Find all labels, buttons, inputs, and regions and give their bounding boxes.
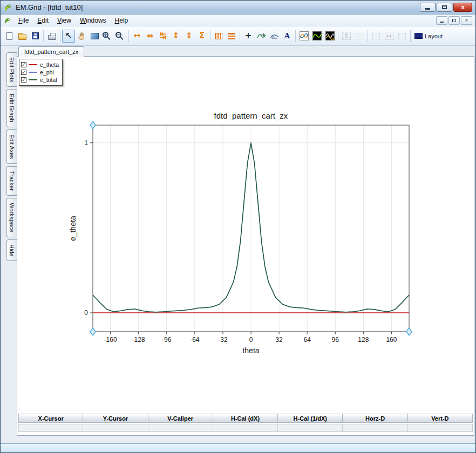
chart-title: fdtd_pattern_cart_zx [214,111,288,120]
toolbar-separator [368,30,368,42]
app-window: EM.Grid - [fdtd_tut10] × FileEditViewWin… [0,0,476,453]
select-tool-button[interactable]: ↖ [62,30,75,43]
resize-handle[interactable] [90,328,96,335]
legend-label: e_theta [40,61,59,68]
maximize-button[interactable] [437,3,452,12]
expand-horizontal-button[interactable]: ↔ [131,30,144,43]
x-tick-label: -32 [218,336,228,344]
plot-style-dark-button[interactable] [310,30,323,43]
menu-file[interactable]: File [14,15,33,26]
print-button[interactable] [45,30,58,43]
legend-box[interactable]: ✓e_theta✓e_phi✓e_total [19,59,63,86]
toolbar-separator [128,30,129,42]
side-tab-hide[interactable]: Hide [6,239,17,262]
side-tab-edit-axes[interactable]: Edit Axes [6,129,17,164]
cursor-value-cell [213,424,278,432]
select-region-button[interactable] [370,30,383,43]
text-annotation-button[interactable]: A [281,30,294,43]
side-tab-tracker[interactable]: Tracker [6,166,17,196]
menu-edit[interactable]: Edit [33,15,53,26]
cursor-col-vert-d: Vert-D [408,414,473,423]
legend-line-sample [29,79,37,80]
horizontal-grid-button[interactable] [225,30,238,43]
fit-horizontal-button[interactable]: ↹ [157,30,169,43]
tracker-curve-button[interactable] [255,30,268,43]
y-axis-label: e_theta [69,216,77,241]
cursor-table-header: X-CursorY-CursorV-CaliperH-Cal (dX)H-Cal… [18,414,473,423]
legend-row-e_phi: ✓e_phi [21,68,59,76]
y-tick-label: 0 [84,309,88,317]
fit-region-horizontal-button[interactable]: ↔ [383,30,396,43]
autoscale-button[interactable]: Σ [195,30,208,43]
cursor-value-cell [83,424,148,432]
legend-label: e_phi [40,69,54,76]
mdi-minimize-button[interactable] [436,16,447,25]
x-axis-label: theta [242,346,259,355]
menu-windows[interactable]: Windows [76,15,111,26]
toolbar-separator [295,30,296,42]
legend-checkbox-e_theta[interactable]: ✓ [21,62,26,67]
side-tab-edit-plots[interactable]: Edit Plots [6,52,17,87]
menu-help[interactable]: Help [111,15,133,26]
toolbar-separator [410,30,411,42]
graph-frame-button[interactable] [353,30,366,43]
resize-handle[interactable] [406,328,412,335]
toolbar-separator [60,30,60,42]
vertical-grid-button[interactable] [212,30,225,43]
legend-row-e_total: ✓e_total [21,76,59,84]
plot-style-multi-button[interactable] [323,30,336,43]
x-tick-label: -128 [132,336,145,344]
save-button[interactable] [29,30,42,43]
mdi-close-button[interactable]: × [461,16,472,25]
compress-horizontal-button[interactable]: ⇔ [144,30,157,43]
legend-row-e_theta: ✓e_theta [21,61,59,68]
document-tab-strip: fdtd_pattern_cart_zx [17,46,474,57]
x-tick-label: 0 [249,336,253,344]
x-tick-label: 96 [332,336,339,344]
new-document-button[interactable] [3,30,16,43]
x-tick-label: -160 [104,336,117,344]
x-tick-label: 64 [303,336,311,344]
toolbar-separator [43,30,44,42]
chart-canvas[interactable]: -160-128-96-64-32032649612816001fdtd_pat… [17,57,473,410]
pan-tool-button[interactable] [75,30,88,43]
zoom-in-button[interactable] [101,30,114,43]
open-file-button[interactable] [16,30,29,43]
legend-label: e_total [40,77,57,83]
fit-vertical-button[interactable]: ⇕ [182,30,195,43]
add-marker-button[interactable]: + [242,30,255,43]
mdi-restore-button[interactable] [448,16,460,25]
cursor-readout-table: X-CursorY-CursorV-CaliperH-Cal (dX)H-Cal… [18,414,473,432]
toolbar-separator [338,30,338,42]
tab-fdtd-pattern-cart-zx[interactable]: fdtd_pattern_cart_zx [18,46,84,57]
close-button[interactable]: × [453,3,472,12]
x-tick-label: -96 [162,336,172,344]
toolbar-separator [210,30,210,42]
cursor-value-cell [278,424,343,432]
slope-marker-button[interactable] [268,30,281,43]
region-box-button[interactable] [396,30,409,43]
menu-view[interactable]: View [53,15,76,26]
plot-style-color-button[interactable] [297,30,310,43]
zoom-out-button[interactable] [114,30,127,43]
side-tab-edit-graph[interactable]: Edit Graph [6,89,17,127]
y-tick-label: 1 [84,139,88,147]
legend-line-sample [29,64,37,65]
side-tab-workspace[interactable]: Workspace [6,198,17,237]
zoom-window-button[interactable] [88,30,101,43]
window-title: EM.Grid - [fdtd_tut10] [16,3,420,11]
legend-checkbox-e_phi[interactable]: ✓ [21,70,26,75]
legend-checkbox-e_total[interactable]: ✓ [21,77,26,83]
resize-handle[interactable] [90,121,96,129]
expand-vertical-button[interactable]: ↕ [169,30,182,43]
plot-panel: -160-128-96-64-32032649612816001fdtd_pat… [17,57,474,436]
menu-items: FileEditViewWindowsHelp [14,15,132,26]
cursor-col-h-cal-1-dx-: H-Cal (1/dX) [278,414,343,423]
cursor-value-cell [408,424,473,432]
x-tick-label: 32 [275,336,283,344]
fit-graph-vertical-button[interactable]: ⇕ [340,30,353,43]
mdi-window-buttons: × [436,16,473,25]
minimize-button[interactable] [420,3,436,12]
x-tick-label: -64 [190,336,200,344]
layout-button[interactable]: Layout [412,30,445,43]
